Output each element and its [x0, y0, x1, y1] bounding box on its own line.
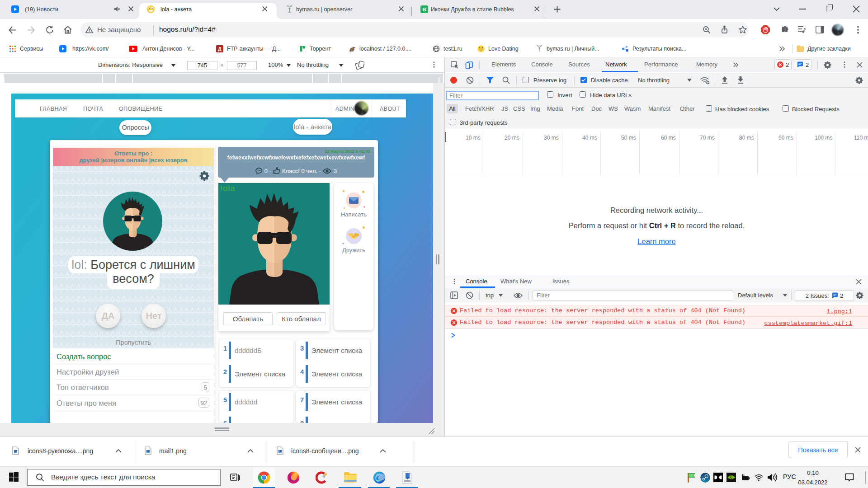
svg-text:B: B: [423, 7, 426, 12]
svg-text:Д: Д: [218, 46, 222, 52]
